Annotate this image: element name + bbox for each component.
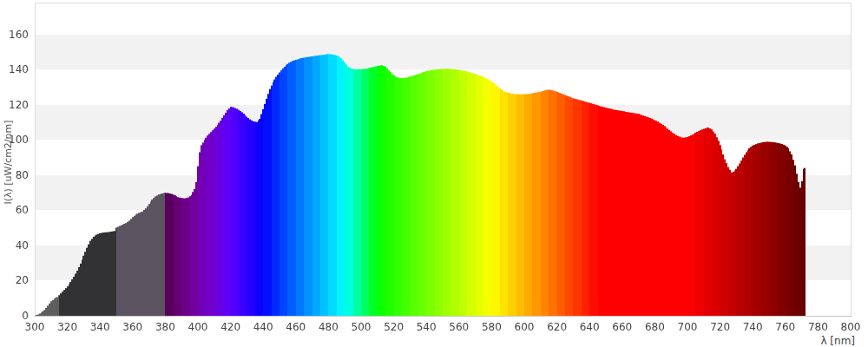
y-tick-label: 120	[0, 99, 29, 111]
plot-border-top	[35, 3, 852, 3]
plot-border-left	[35, 3, 36, 317]
spectrum-area-fill	[35, 3, 851, 316]
x-axis-label: λ [nm]	[820, 335, 855, 347]
spectral-chart: lamps.licht-im-terrarium.de > 30 0204060…	[0, 0, 868, 347]
plot-border-right	[851, 3, 852, 317]
y-axis-label: I(λ) [uW/cm2/nm]	[3, 120, 14, 204]
y-tick-label: 20	[0, 274, 29, 286]
x-tick-label: 800	[832, 321, 868, 333]
y-tick-label: 40	[0, 239, 29, 252]
y-tick-label: 60	[0, 204, 29, 216]
y-tick-label: 160	[0, 29, 29, 41]
y-tick-label: 0	[0, 310, 29, 322]
plot-area	[35, 3, 851, 316]
x-axis-line	[35, 316, 852, 317]
y-tick-label: 140	[0, 63, 29, 75]
